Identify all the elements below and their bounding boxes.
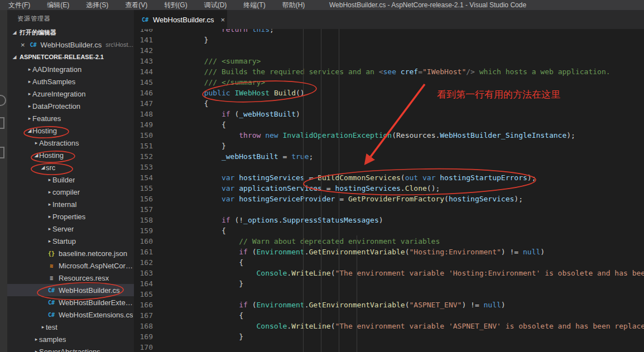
code-line-152[interactable]: 152 _webHostBuilt = true; <box>134 151 644 162</box>
code-line-140[interactable]: 140 return this; <box>134 29 644 35</box>
tree-item-baseline-netcore-json[interactable]: {}baseline.netcore.json <box>7 247 134 259</box>
code-line-160[interactable]: 160 // Warn about deprecated environment… <box>134 236 644 247</box>
code-line-154[interactable]: 154 var hostingServices = BuildCommonSer… <box>134 172 644 183</box>
menu-终端T[interactable]: 终端(T) <box>235 0 273 10</box>
line-number: 154 <box>134 172 153 183</box>
code-line-153[interactable]: 153 <box>134 162 644 172</box>
line-number: 162 <box>134 257 153 268</box>
code-line-155[interactable]: 155 var applicationServices = hostingSer… <box>134 183 644 194</box>
code-line-162[interactable]: 162 { <box>134 257 644 268</box>
activity-bar[interactable] <box>0 10 7 352</box>
tree-item-label: Microsoft.AspNetCore.... <box>59 262 134 270</box>
tree-item-samples[interactable]: ▸samples <box>7 333 134 345</box>
tree-item-label: WebHostExtensions.cs <box>59 311 133 319</box>
code-line-168[interactable]: 168 Console.WriteLine("The environment v… <box>134 321 644 331</box>
code-line-170[interactable]: 170 <box>134 342 644 352</box>
tree-item-label: AuthSamples <box>32 78 75 86</box>
tree-item-webhostbuilderextens-[interactable]: C#WebHostBuilderExtens... <box>7 296 134 308</box>
line-number: 149 <box>134 119 153 130</box>
code-line-146[interactable]: 146 public IWebHost Build() <box>134 88 644 98</box>
tree-item-azureintegration[interactable]: ▸AzureIntegration <box>7 88 134 100</box>
tree-item-hosting[interactable]: ◢Hosting <box>7 149 134 161</box>
csharp-icon: C# <box>47 287 56 293</box>
code-line-151[interactable]: 151 } <box>134 141 644 151</box>
code-line-142[interactable]: 142 <box>134 45 644 56</box>
tree-item-resources-resx[interactable]: ≡Resources.resx <box>7 272 134 284</box>
code-line-169[interactable]: 169 } <box>134 331 644 342</box>
chevron-collapsed-icon: ▸ <box>27 79 32 84</box>
tree-item-startup[interactable]: ▸Startup <box>7 235 134 247</box>
code-line-166[interactable]: 166 if (Environment.GetEnvironmentVariab… <box>134 300 644 310</box>
tree-item-test[interactable]: ▸test <box>7 321 134 333</box>
code-line-145[interactable]: 145 /// </summary> <box>134 77 644 88</box>
tree-item-server[interactable]: ▸Server <box>7 223 134 235</box>
code-line-150[interactable]: 150 throw new InvalidOperationException(… <box>134 130 644 141</box>
code-line-167[interactable]: 167 { <box>134 310 644 321</box>
line-number: 144 <box>134 66 153 77</box>
tree-item-serverabstractions[interactable]: ▸ServerAbstractions <box>7 345 134 352</box>
code-line-147[interactable]: 147 { <box>134 98 644 109</box>
tree-item-builder[interactable]: ▸Builder <box>7 173 134 186</box>
line-number: 163 <box>134 268 153 278</box>
menu-查看V[interactable]: 查看(V) <box>117 0 156 10</box>
tree-item-features[interactable]: ▸Features <box>7 112 134 124</box>
code-line-141[interactable]: 141 } <box>134 35 644 45</box>
code-line-161[interactable]: 161 if (Environment.GetEnvironmentVariab… <box>134 247 644 257</box>
tree-item-compiler[interactable]: ▸compiler <box>7 186 134 198</box>
tree-item-internal[interactable]: ▸Internal <box>7 198 134 210</box>
close-icon[interactable]: × <box>21 41 25 49</box>
menu-转到G[interactable]: 转到(G) <box>156 0 195 10</box>
code-line-159[interactable]: 159 { <box>134 225 644 236</box>
code-line-143[interactable]: 143 /// <summary> <box>134 56 644 66</box>
code-line-158[interactable]: 158 if (!_options.SuppressStatusMessages… <box>134 215 644 225</box>
code-line-165[interactable]: 165 <box>134 289 644 300</box>
indent-guide <box>321 29 321 352</box>
json-icon: {} <box>47 250 56 257</box>
explorer-panel-title: 资源管理器 <box>7 10 134 26</box>
code-line-163[interactable]: 163 Console.WriteLine("The environment v… <box>134 268 644 278</box>
line-number: 142 <box>134 45 153 56</box>
menu-调试D[interactable]: 调试(D) <box>196 0 236 10</box>
code-text <box>169 342 644 352</box>
tree-item-aadintegration[interactable]: ▸AADIntegration <box>7 63 134 75</box>
menu-选择S[interactable]: 选择(S) <box>78 0 117 10</box>
tree-item-hosting[interactable]: ◢Hosting <box>7 124 134 137</box>
chevron-expanded-icon: ◢ <box>27 128 32 133</box>
open-editor-webhostbuilder[interactable]: × C# WebHostBuilder.cs src\Host... <box>7 38 134 51</box>
code-line-144[interactable]: 144 /// Builds the required services and… <box>134 66 644 77</box>
line-number: 151 <box>134 141 153 151</box>
tab-webhostbuilder-cs[interactable]: C# WebHostBuilder.cs × <box>134 10 227 29</box>
line-number: 164 <box>134 278 153 289</box>
tree-item-properties[interactable]: ▸Properties <box>7 210 134 223</box>
tree-item-dataprotection[interactable]: ▸DataProtection <box>7 100 134 112</box>
code-line-149[interactable]: 149 { <box>134 119 644 130</box>
extensions-icon[interactable] <box>0 147 4 158</box>
chevron-collapsed-icon: ▸ <box>40 324 46 330</box>
tree-item-authsamples[interactable]: ▸AuthSamples <box>7 75 134 88</box>
source-control-icon[interactable] <box>0 117 4 129</box>
menu-帮助H[interactable]: 帮助(H) <box>274 0 314 10</box>
tree-item-abstractions[interactable]: ▸Abstractions <box>7 137 134 149</box>
workspace-root-header[interactable]: ◢ ASPNETCORE-RELEASE-2.1 <box>7 51 134 63</box>
line-number: 160 <box>134 236 153 247</box>
code-text: /// <summary> <box>169 56 644 66</box>
line-number: 147 <box>134 98 153 109</box>
code-editor[interactable]: 140 return this;141 }142143 /// <summary… <box>134 29 644 352</box>
tree-item-src[interactable]: ◢src <box>7 161 134 173</box>
tree-item-label: Features <box>32 114 61 123</box>
tab-close-icon[interactable]: × <box>221 16 225 24</box>
tree-item-microsoft-aspnetcore-[interactable]: ≋Microsoft.AspNetCore.... <box>7 259 134 272</box>
search-icon[interactable] <box>0 95 6 106</box>
menu-编辑E[interactable]: 编辑(E) <box>39 0 78 10</box>
code-line-148[interactable]: 148 if (_webHostBuilt) <box>134 109 644 119</box>
code-line-157[interactable]: 157 <box>134 204 644 215</box>
tree-item-webhostextensions-cs[interactable]: C#WebHostExtensions.cs <box>7 308 134 321</box>
code-line-164[interactable]: 164 } <box>134 278 644 289</box>
title-bar: 文件(F)编辑(E)选择(S)查看(V)转到(G)调试(D)终端(T)帮助(H)… <box>0 0 644 10</box>
tree-item-webhostbuilder-cs[interactable]: C#WebHostBuilder.cs <box>7 284 134 296</box>
code-line-156[interactable]: 156 var hostingServiceProvider = GetProv… <box>134 194 644 204</box>
window-title: WebHostBuilder.cs - AspNetCore-release-2… <box>329 0 526 10</box>
chevron-collapsed-icon: ▸ <box>47 214 52 219</box>
open-editors-header[interactable]: ◢ 打开的编辑器 <box>7 26 134 38</box>
menu-文件F[interactable]: 文件(F) <box>0 0 39 10</box>
